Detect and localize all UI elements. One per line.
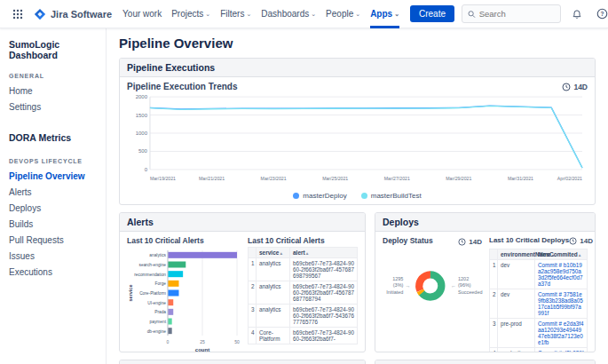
- table-row: 3analyticsb69cbe67-7e73-4824-9060-2f663f…: [249, 305, 358, 328]
- nav-item-label: Filters: [220, 9, 244, 19]
- sidebar-item-builds[interactable]: Builds: [9, 216, 97, 232]
- svg-text:?: ?: [600, 11, 604, 17]
- chevron-down-icon: ⌄: [355, 11, 360, 18]
- column-header-environmentname[interactable]: environmentName▴: [498, 249, 535, 260]
- clock-icon: [569, 237, 577, 245]
- range-label: 14D: [573, 83, 588, 91]
- commit-link[interactable]: Commit # d2b039fb1fe0020d2cd5d0: [538, 350, 583, 352]
- svg-text:db-engine: db-engine: [147, 329, 167, 334]
- search-box[interactable]: [462, 4, 561, 23]
- legend-dot-icon: [361, 193, 367, 199]
- commit-link[interactable]: Commit # 37581e9fb83b238ad8a0517ca1b5f99…: [538, 291, 583, 316]
- arrow-left-icon: ←: [451, 283, 456, 289]
- svg-text:Apr/02/2021: Apr/02/2021: [557, 176, 582, 181]
- cell-alert: b69cbe67-7e73-4824-9060-2f663f2ba6f7-457…: [290, 258, 358, 281]
- commit-link[interactable]: Commit # e2da3f4aa120293e4944947eb38f2a7…: [538, 320, 583, 345]
- svg-text:search-engine: search-engine: [139, 263, 167, 267]
- jira-logo-icon: [34, 8, 46, 20]
- row-index: 2: [249, 281, 257, 305]
- deploy-status-title: Deploy Status: [383, 236, 433, 245]
- svg-text:1000: 1000: [136, 131, 148, 136]
- cell-service: analytics: [257, 281, 290, 305]
- column-header-filescommited[interactable]: filesCommited▴: [535, 249, 588, 260]
- cell-service: Core-Platform: [257, 328, 290, 344]
- legend-item-masterdeploy[interactable]: masterDeploy: [293, 192, 346, 200]
- chevron-down-icon: ⌄: [311, 11, 316, 18]
- nav-item-label: Projects: [171, 9, 203, 19]
- legend-label: masterBuildTest: [371, 192, 422, 200]
- sidebar-item-executions[interactable]: Executions: [9, 264, 97, 280]
- chevron-down-icon: ⌄: [394, 11, 399, 18]
- row-index: 2: [490, 289, 498, 319]
- alerts-card-title: Alerts: [120, 213, 365, 232]
- column-header-index: [490, 249, 498, 260]
- table-row: 4productionCommit # d2b039fb1fe0020d2cd5…: [490, 348, 588, 353]
- nav-item-apps[interactable]: Apps⌄: [370, 0, 399, 28]
- notifications-bell-icon[interactable]: [568, 5, 586, 23]
- nav-item-label: Dashboards: [261, 9, 309, 19]
- help-icon[interactable]: ?: [593, 5, 608, 23]
- topbar-right: ? ⚙ AB: [462, 4, 608, 23]
- sidebar-item-pull-requests[interactable]: Pull Requests: [9, 232, 97, 248]
- svg-text:payment: payment: [150, 320, 167, 324]
- row-index: 1: [490, 260, 498, 289]
- nav-item-filters[interactable]: Filters⌄: [220, 0, 251, 28]
- sidebar-item-dora-metrics[interactable]: DORA Metrics: [9, 129, 97, 146]
- svg-text:analytics: analytics: [149, 253, 166, 257]
- line-legend: masterDeploymasterBuildTest: [127, 192, 588, 200]
- pipeline-card-title: Pipeline Executions: [120, 59, 595, 77]
- critical-deploys-table: environmentName▴filesCommited▴1devCommit…: [489, 249, 588, 352]
- deploy-status-range-chip[interactable]: 14D: [458, 238, 482, 246]
- svg-text:Forge: Forge: [154, 281, 166, 286]
- sidebar-item-home[interactable]: Home: [9, 83, 97, 99]
- sidebar-item-deploys[interactable]: Deploys: [9, 200, 97, 216]
- svg-text:UI-engine: UI-engine: [147, 301, 166, 305]
- deploy-status-donut-chart: [412, 265, 449, 307]
- nav-item-people[interactable]: People⌄: [326, 0, 360, 28]
- column-header-service[interactable]: service▴: [257, 248, 290, 258]
- nav-item-label: Your work: [122, 9, 162, 19]
- nav-item-dashboards[interactable]: Dashboards⌄: [261, 0, 316, 28]
- svg-text:Mar/27/2021: Mar/27/2021: [384, 176, 410, 181]
- app-switcher-icon[interactable]: [9, 5, 27, 23]
- deploys-table-range-chip[interactable]: 14D: [569, 237, 593, 245]
- svg-text:1500: 1500: [136, 113, 148, 118]
- column-header-alert[interactable]: alert▴: [290, 248, 358, 258]
- jira-logo[interactable]: Jira Software: [34, 8, 112, 20]
- svg-text:service: service: [128, 285, 133, 302]
- table-row: 3pre-prodCommit # e2da3f4aa120293e494494…: [490, 319, 588, 348]
- time-range-chip[interactable]: 14D: [562, 83, 588, 91]
- search-input[interactable]: [479, 9, 555, 19]
- deploys-card-title: Deploys: [375, 213, 595, 232]
- sort-icon: ▴: [579, 252, 581, 257]
- range-label: 14D: [580, 237, 593, 245]
- alerts-table-title: Last 10 Critical Alerts: [248, 236, 358, 245]
- cell-alert: b69cbe67-7e73-4824-9060-2f663f2ba6f7-543…: [290, 305, 358, 328]
- sidebar-item-pipeline-overview[interactable]: Pipeline Overview: [9, 168, 97, 184]
- svg-text:Mar/21/2021: Mar/21/2021: [199, 176, 225, 181]
- column-label: alert: [293, 249, 305, 256]
- pipeline-executions-card: Pipeline Executions Pipeline Execution T…: [119, 58, 596, 205]
- clock-icon: [562, 83, 571, 91]
- clock-icon: [458, 238, 466, 246]
- legend-label: masterDeploy: [303, 192, 346, 200]
- svg-text:2000: 2000: [136, 94, 148, 99]
- legend-item-masterbuildtest[interactable]: masterBuildTest: [361, 192, 422, 200]
- create-button[interactable]: Create: [410, 5, 454, 22]
- chevron-down-icon: ⌄: [246, 11, 251, 18]
- cell-alert: b69cbe67-7e73-4824-9060-2f663f2ba6f7-456…: [290, 281, 358, 305]
- sidebar-item-settings[interactable]: Settings: [9, 99, 97, 115]
- table-row: 2devCommit # 37581e9fb83b238ad8a0517ca1b…: [490, 289, 588, 319]
- svg-text:Prada: Prada: [154, 310, 166, 314]
- svg-text:Mar/23/2021: Mar/23/2021: [261, 176, 287, 181]
- svg-text:Mar/19/2021: Mar/19/2021: [150, 176, 176, 181]
- builds-card: Builds: [119, 360, 366, 364]
- pull-requests-card: Pull Requests: [375, 360, 596, 364]
- commit-link[interactable]: Commit # b10b19a2ac958e9d750a3d2f5fe664e…: [538, 262, 582, 287]
- sidebar-item-alerts[interactable]: Alerts: [9, 184, 97, 200]
- sidebar-item-issues[interactable]: Issues: [9, 248, 97, 264]
- cell-environment: dev: [498, 289, 535, 319]
- nav-item-your-work[interactable]: Your work: [122, 0, 162, 28]
- range-label: 14D: [469, 238, 482, 246]
- nav-item-projects[interactable]: Projects⌄: [171, 0, 210, 28]
